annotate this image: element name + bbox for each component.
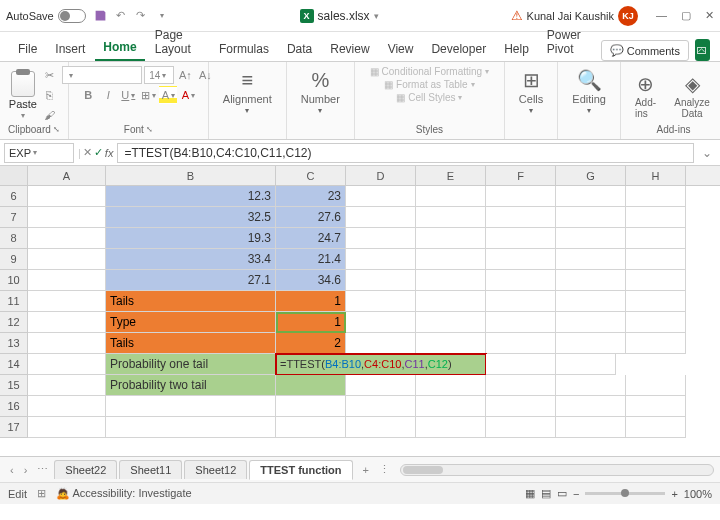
maximize-icon[interactable]: ▢	[681, 9, 691, 22]
save-icon[interactable]	[94, 9, 108, 23]
font-size-select[interactable]: 14	[144, 66, 174, 84]
cell[interactable]	[346, 270, 416, 291]
expand-formula-bar-icon[interactable]: ⌄	[698, 146, 716, 160]
cell[interactable]: 33.4	[106, 249, 276, 270]
cell[interactable]	[556, 375, 626, 396]
filename-dropdown-icon[interactable]: ▾	[374, 11, 379, 21]
bold-button[interactable]: B	[79, 86, 97, 104]
sheet-tab[interactable]: Sheet11	[119, 460, 182, 479]
cell[interactable]	[346, 417, 416, 438]
sheet-tab[interactable]: Sheet12	[184, 460, 247, 479]
cell[interactable]	[28, 291, 106, 312]
cell[interactable]	[416, 333, 486, 354]
cell[interactable]	[346, 333, 416, 354]
cell[interactable]	[28, 312, 106, 333]
cell[interactable]	[346, 312, 416, 333]
cell[interactable]	[626, 291, 686, 312]
view-page-icon[interactable]: ▤	[541, 487, 551, 500]
cell[interactable]	[556, 228, 626, 249]
sheet-tab-active[interactable]: TTEST function	[249, 460, 352, 480]
zoom-out-icon[interactable]: −	[573, 488, 579, 500]
cell[interactable]	[556, 354, 616, 375]
cell[interactable]	[106, 396, 276, 417]
row-header[interactable]: 6	[0, 186, 28, 207]
font-color-icon[interactable]: A	[179, 86, 197, 104]
row-header[interactable]: 7	[0, 207, 28, 228]
cell[interactable]	[276, 417, 346, 438]
cancel-formula-icon[interactable]: ✕	[83, 146, 92, 159]
share-button[interactable]: ⮹	[695, 39, 710, 61]
view-break-icon[interactable]: ▭	[557, 487, 567, 500]
cell[interactable]	[556, 333, 626, 354]
formula-bar[interactable]: =TTEST(B4:B10,C4:C10,C11,C12)	[117, 143, 694, 163]
cell[interactable]	[626, 207, 686, 228]
cell[interactable]: Probability two tail	[106, 375, 276, 396]
tab-home[interactable]: Home	[95, 35, 144, 61]
cell[interactable]	[346, 228, 416, 249]
cell[interactable]	[346, 396, 416, 417]
addins-button[interactable]: ⊕ Add-ins	[629, 70, 662, 121]
close-icon[interactable]: ✕	[705, 9, 714, 22]
cell[interactable]	[626, 396, 686, 417]
fx-icon[interactable]: fx	[105, 147, 114, 159]
increase-font-icon[interactable]: A↑	[176, 66, 194, 84]
cell[interactable]: 19.3	[106, 228, 276, 249]
cell[interactable]: 2	[276, 333, 346, 354]
number-button[interactable]: % Number ▾	[295, 66, 346, 117]
accessibility-status[interactable]: 🙇 Accessibility: Investigate	[56, 487, 192, 500]
cut-icon[interactable]: ✂	[41, 66, 59, 84]
cell[interactable]	[28, 207, 106, 228]
tab-view[interactable]: View	[380, 37, 422, 61]
col-header-C[interactable]: C	[276, 166, 346, 185]
autosave-toggle[interactable]: AutoSave	[6, 9, 86, 23]
cell[interactable]	[556, 270, 626, 291]
cell[interactable]	[486, 186, 556, 207]
cell[interactable]	[416, 312, 486, 333]
tab-page-layout[interactable]: Page Layout	[147, 23, 209, 61]
dialog-launcher-icon[interactable]: ⤡	[146, 125, 153, 134]
cell[interactable]	[486, 354, 556, 375]
cell[interactable]	[556, 291, 626, 312]
cell[interactable]	[346, 249, 416, 270]
row-header[interactable]: 16	[0, 396, 28, 417]
qat-dropdown-icon[interactable]	[154, 9, 168, 23]
italic-button[interactable]: I	[99, 86, 117, 104]
cells-button[interactable]: ⊞ Cells ▾	[513, 66, 549, 117]
cell[interactable]	[486, 312, 556, 333]
cell[interactable]	[28, 186, 106, 207]
format-painter-icon[interactable]: 🖌	[41, 106, 59, 124]
cell[interactable]	[486, 207, 556, 228]
sheet-nav-prev-icon[interactable]: ‹	[6, 464, 18, 476]
copy-icon[interactable]: ⎘	[41, 86, 59, 104]
cell[interactable]	[626, 270, 686, 291]
cell[interactable]	[486, 270, 556, 291]
cell[interactable]	[276, 396, 346, 417]
cell[interactable]	[346, 186, 416, 207]
cell[interactable]: Tails	[106, 291, 276, 312]
zoom-level[interactable]: 100%	[684, 488, 712, 500]
cell[interactable]	[626, 312, 686, 333]
zoom-in-icon[interactable]: +	[671, 488, 677, 500]
cell[interactable]	[416, 270, 486, 291]
row-header[interactable]: 15	[0, 375, 28, 396]
cell[interactable]: 34.6	[276, 270, 346, 291]
cell[interactable]	[486, 417, 556, 438]
cell[interactable]	[626, 333, 686, 354]
row-header[interactable]: 9	[0, 249, 28, 270]
cell[interactable]	[346, 375, 416, 396]
stats-icon[interactable]: ⊞	[37, 487, 46, 500]
cell[interactable]: Probability one tail	[106, 354, 276, 375]
cell[interactable]	[486, 249, 556, 270]
select-all-corner[interactable]	[0, 166, 28, 185]
tab-insert[interactable]: Insert	[47, 37, 93, 61]
col-header-G[interactable]: G	[556, 166, 626, 185]
tab-power-pivot[interactable]: Power Pivot	[539, 23, 599, 61]
cell[interactable]	[486, 333, 556, 354]
cell[interactable]	[416, 375, 486, 396]
cell[interactable]	[346, 207, 416, 228]
cell[interactable]	[556, 207, 626, 228]
cell[interactable]: 1	[276, 291, 346, 312]
cell[interactable]	[416, 249, 486, 270]
cell[interactable]	[28, 270, 106, 291]
cell[interactable]	[28, 228, 106, 249]
